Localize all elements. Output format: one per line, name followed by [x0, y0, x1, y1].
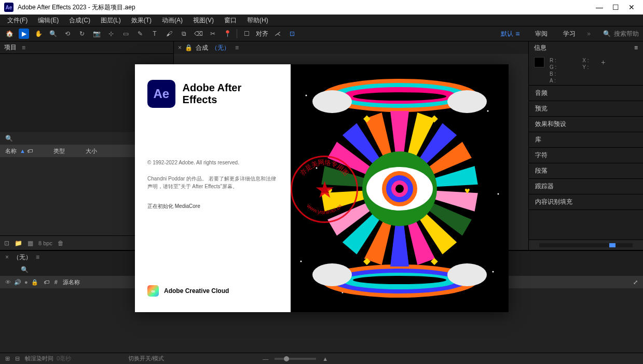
timeline-none-tab[interactable]: （无） [13, 253, 32, 262]
index-col: # [54, 279, 58, 285]
puppet-tool-icon[interactable]: 📍 [222, 29, 232, 39]
menu-file[interactable]: 文件(F) [3, 15, 32, 26]
timeline-footer: ⊞ ⊟ 帧渲染时间 0毫秒 切换开关/模式 — ▲ [0, 353, 643, 364]
eraser-tool-icon[interactable]: ⌫ [193, 29, 203, 39]
menu-composition[interactable]: 合成(C) [65, 15, 94, 26]
panel-effects-presets[interactable]: 效果和预设 [529, 117, 643, 132]
splash-ae-logo-icon: Ae [147, 80, 175, 108]
svg-point-14 [312, 90, 352, 113]
project-panel-tab[interactable]: 项目 [4, 43, 17, 52]
roto-tool-icon[interactable]: ✂ [208, 29, 218, 39]
panel-character[interactable]: 字符 [529, 148, 643, 163]
help-search[interactable]: 🔍 搜索帮助 [598, 30, 639, 38]
panel-menu-icon[interactable]: ≡ [235, 44, 239, 51]
menu-effect[interactable]: 效果(T) [127, 15, 156, 26]
color-swatch [534, 57, 544, 67]
menu-layer[interactable]: 图层(L) [97, 15, 125, 26]
panel-preview[interactable]: 预览 [529, 101, 643, 117]
timeline-zoom-slider[interactable] [275, 358, 316, 360]
rect-tool-icon[interactable]: ▭ [120, 29, 131, 39]
expand-icon[interactable]: ⤢ [633, 279, 638, 286]
source-name-col[interactable]: 源名称 [63, 278, 80, 286]
menu-view[interactable]: 视图(V) [189, 15, 218, 26]
toggle-modes-button[interactable]: 切换开关/模式 [128, 355, 164, 362]
clone-tool-icon[interactable]: ⧉ [179, 29, 189, 39]
zoom-out-icon[interactable]: — [263, 356, 268, 362]
col-type[interactable]: 类型 [53, 147, 65, 155]
panel-paragraph[interactable]: 段落 [529, 163, 643, 179]
svg-point-4 [498, 193, 499, 195]
xy-readout: X : Y : + [582, 57, 589, 82]
workspace-default[interactable]: 默认 [497, 29, 524, 39]
toggle-switch-icon[interactable]: ⊞ [5, 355, 10, 362]
minimize-button[interactable]: — [596, 3, 603, 11]
svg-point-12 [353, 92, 446, 101]
svg-point-18 [353, 276, 446, 284]
hand-tool-icon[interactable]: ✋ [33, 29, 44, 39]
panel-tracker[interactable]: 跟踪器 [529, 179, 643, 194]
workspace-more-icon[interactable]: » [587, 30, 591, 37]
comp-close-icon[interactable]: × [178, 44, 182, 51]
trash-icon[interactable]: 🗑 [58, 240, 64, 247]
svg-point-13 [447, 90, 487, 113]
window-controls: — ☐ ✕ [596, 3, 639, 11]
rotate-tool-icon[interactable]: ↻ [77, 29, 87, 39]
bpc-label[interactable]: 8 bpc [38, 240, 52, 246]
rgba-readout: R : G : B : A : [550, 57, 556, 82]
panel-menu-icon[interactable]: ≡ [36, 254, 39, 261]
splash-credits: Chandni Poddar 的作品。 若要了解更多详细信息和法律声明，请转至"… [147, 175, 278, 190]
comp-panel-title: 合成 [196, 44, 208, 52]
folder-icon[interactable]: 📁 [15, 240, 22, 247]
crosshair-icon: + [601, 59, 605, 66]
panel-audio[interactable]: 音频 [529, 86, 643, 101]
panel-menu-icon[interactable]: ≡ [22, 44, 25, 51]
menu-animation[interactable]: 动画(A) [158, 15, 187, 26]
svg-text:♥: ♥ [464, 186, 470, 196]
solo-icon[interactable]: ● [24, 279, 28, 286]
toggle-switch-icon2[interactable]: ⊟ [15, 355, 20, 362]
text-tool-icon[interactable]: T [149, 29, 160, 39]
timeline-close-icon[interactable]: × [5, 254, 9, 261]
splash-cc-label: Adobe Creative Cloud [164, 287, 229, 295]
maximize-button[interactable]: ☐ [612, 3, 619, 11]
svg-point-26 [395, 185, 404, 193]
svg-point-6 [492, 271, 494, 273]
camera-tool-icon[interactable]: 📷 [91, 29, 102, 39]
workspace-review[interactable]: 审阅 [531, 29, 552, 39]
frame-render-label: 帧渲染时间 [25, 355, 53, 362]
menu-window[interactable]: 窗口 [220, 15, 241, 26]
menu-help[interactable]: 帮助(H) [243, 15, 272, 26]
zoom-tool-icon[interactable]: 🔍 [48, 29, 58, 39]
panel-menu-icon[interactable]: ≡ [634, 44, 638, 51]
zoom-in-icon[interactable]: ▲ [322, 356, 328, 362]
lock-icon[interactable]: 🔒 [31, 279, 38, 286]
audio-icon[interactable]: 🔊 [14, 279, 21, 286]
label-icon[interactable]: 🏷 [44, 279, 49, 285]
snap-box-icon[interactable]: ☐ [241, 29, 252, 39]
eye-icon[interactable]: 👁 [5, 279, 11, 286]
snap-opt1-icon[interactable]: ⋌ [272, 29, 283, 39]
panel-content-aware[interactable]: 内容识别填充 [529, 194, 643, 210]
lock-icon[interactable]: 🔒 [185, 44, 193, 51]
snap-label: 对齐 [256, 30, 268, 38]
close-button[interactable]: ✕ [628, 3, 635, 11]
panel-library[interactable]: 库 [529, 132, 643, 148]
info-panel-title[interactable]: 信息 [534, 44, 546, 52]
brush-tool-icon[interactable]: 🖌 [164, 29, 174, 39]
col-name[interactable]: 名称▲ 🏷 [5, 147, 33, 155]
anchor-tool-icon[interactable]: ⊹ [106, 29, 116, 39]
svg-point-1 [306, 95, 307, 96]
menu-edit[interactable]: 编辑(E) [34, 15, 63, 26]
selection-tool-icon[interactable]: ▶ [19, 29, 29, 39]
col-size[interactable]: 大小 [86, 147, 97, 155]
watermark-stamp: 亦是美网络专用图 www.yishimei.cn ★ [291, 156, 358, 223]
new-comp-icon[interactable]: ▦ [28, 240, 33, 247]
right-panel-scroll[interactable] [529, 240, 643, 250]
orbit-tool-icon[interactable]: ⟲ [62, 29, 73, 39]
workspace-learn[interactable]: 学习 [559, 29, 580, 39]
snap-opt2-icon[interactable]: ⊡ [287, 29, 297, 39]
splash-copyright: © 1992-2022 Adobe. All rights reserved. [147, 160, 278, 165]
interpret-icon[interactable]: ⊡ [4, 240, 9, 247]
home-tool-icon[interactable]: 🏠 [4, 29, 15, 39]
pen-tool-icon[interactable]: ✎ [135, 29, 145, 39]
